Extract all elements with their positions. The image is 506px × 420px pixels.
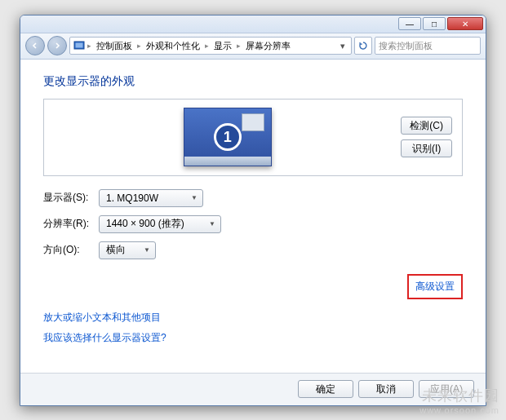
orientation-select[interactable]: 横向	[99, 241, 156, 259]
advanced-settings-link[interactable]: 高级设置	[407, 274, 463, 299]
titlebar: — □ ✕	[20, 15, 486, 33]
search-input[interactable]: 搜索控制面板	[375, 37, 481, 55]
toolbar: ▸ 控制面板 ▸ 外观和个性化 ▸ 显示 ▸ 屏幕分辨率 ▾ 搜索控制面板	[20, 33, 486, 60]
chevron-right-icon: ▸	[205, 42, 209, 50]
resolution-row: 分辨率(R): 1440 × 900 (推荐)	[43, 215, 463, 233]
window-frame: — □ ✕ ▸ 控制面板 ▸ 外观和个性化 ▸ 显示 ▸ 屏幕分辨率 ▾	[20, 15, 486, 406]
chevron-right-icon: ▸	[237, 42, 241, 50]
ok-button[interactable]: 确定	[298, 380, 353, 398]
control-panel-icon	[73, 39, 86, 52]
breadcrumb-item[interactable]: 屏幕分辨率	[242, 40, 294, 52]
watermark-url: www.orsoon.com	[419, 405, 499, 415]
refresh-button[interactable]	[354, 37, 372, 55]
monitor-preview-wrap: 1	[54, 108, 401, 166]
mini-window-icon	[242, 113, 264, 131]
chevron-right-icon: ▸	[87, 42, 91, 50]
refresh-icon	[358, 41, 368, 51]
display-label: 显示器(S):	[43, 191, 91, 205]
detect-button[interactable]: 检测(C)	[401, 117, 452, 135]
orientation-label: 方向(O):	[43, 243, 91, 257]
arrow-left-icon	[31, 42, 39, 50]
breadcrumb-item[interactable]: 外观和个性化	[143, 40, 203, 52]
help-links: 放大或缩小文本和其他项目 我应该选择什么显示器设置?	[43, 311, 463, 345]
nav-forward-button[interactable]	[47, 36, 67, 55]
text-size-link[interactable]: 放大或缩小文本和其他项目	[43, 311, 463, 325]
svg-rect-1	[76, 43, 83, 48]
display-select[interactable]: 1. MQ190W	[99, 189, 203, 207]
monitor-preview[interactable]: 1	[184, 108, 272, 166]
taskbar-icon	[184, 157, 271, 166]
resolution-select[interactable]: 1440 × 900 (推荐)	[99, 215, 221, 233]
close-button[interactable]: ✕	[447, 17, 483, 30]
cancel-button[interactable]: 取消	[358, 380, 414, 398]
breadcrumb-dropdown[interactable]: ▾	[337, 41, 348, 51]
dialog-footer: 确定 取消 应用(A)	[20, 373, 486, 405]
page-title: 更改显示器的外观	[43, 74, 463, 89]
orientation-row: 方向(O): 横向	[43, 241, 463, 259]
display-row: 显示器(S): 1. MQ190W	[43, 189, 463, 207]
panel-buttons: 检测(C) 识别(I)	[401, 117, 452, 157]
content-area: 更改显示器的外观 1 检测(C) 识别(I) 显示器(S): 1. MQ190W…	[20, 60, 486, 373]
form-rows: 显示器(S): 1. MQ190W 分辨率(R): 1440 × 900 (推荐…	[43, 189, 463, 259]
which-settings-link[interactable]: 我应该选择什么显示器设置?	[43, 331, 463, 345]
advanced-link-wrap: 高级设置	[43, 274, 463, 299]
resolution-label: 分辨率(R):	[43, 217, 91, 231]
breadcrumb-item[interactable]: 显示	[211, 40, 235, 52]
chevron-right-icon: ▸	[137, 42, 141, 50]
monitor-number-badge: 1	[214, 123, 242, 151]
maximize-button[interactable]: □	[423, 17, 446, 30]
breadcrumb-item[interactable]: 控制面板	[93, 40, 135, 52]
search-placeholder: 搜索控制面板	[379, 40, 433, 52]
minimize-button[interactable]: —	[398, 17, 421, 30]
identify-button[interactable]: 识别(I)	[401, 139, 452, 157]
breadcrumb[interactable]: ▸ 控制面板 ▸ 外观和个性化 ▸ 显示 ▸ 屏幕分辨率 ▾	[69, 37, 352, 55]
apply-button[interactable]: 应用(A)	[419, 380, 474, 398]
nav-back-button[interactable]	[25, 36, 45, 55]
arrow-right-icon	[53, 42, 61, 50]
monitor-preview-panel: 1 检测(C) 识别(I)	[43, 99, 463, 176]
